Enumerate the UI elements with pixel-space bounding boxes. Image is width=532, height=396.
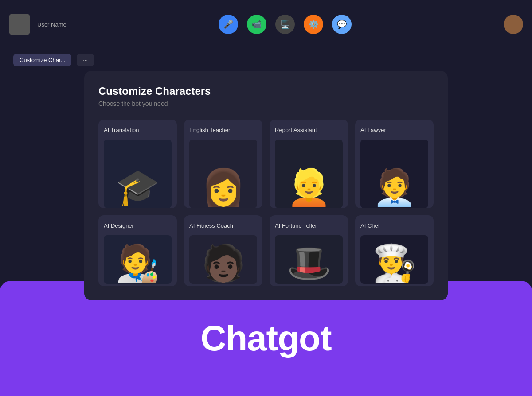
customize-tab[interactable]: Customize Char... bbox=[13, 54, 71, 66]
modal-title: Customize Characters bbox=[98, 85, 434, 97]
character-card-ai-translation[interactable]: AI Translation 🎓 bbox=[98, 120, 177, 208]
character-card-english-teacher[interactable]: English Teacher 👩 bbox=[184, 120, 262, 208]
screen-button[interactable]: 🖥️ bbox=[275, 15, 295, 34]
character-name-ai-translation: AI Translation bbox=[104, 127, 139, 133]
modal-subtitle: Choose the bot you need bbox=[98, 100, 434, 107]
character-card-ai-fitness-coach[interactable]: AI Fitness Coach 🧑🏿 bbox=[184, 215, 262, 286]
character-name-english-teacher: English Teacher bbox=[189, 127, 230, 133]
character-card-ai-lawyer[interactable]: AI Lawyer 🧑‍💼 bbox=[355, 120, 434, 208]
app-title: Chatgot bbox=[200, 318, 331, 359]
character-avatar-ai-lawyer: 🧑‍💼 bbox=[360, 140, 428, 208]
sub-header: Customize Char... ··· bbox=[0, 49, 532, 71]
character-avatar-ai-designer: 🧑‍🎨 bbox=[104, 235, 172, 284]
screen-icon: 🖥️ bbox=[275, 15, 295, 34]
camera-icon: 📹 bbox=[247, 15, 266, 34]
character-avatar-report-assistant: 👱 bbox=[275, 140, 343, 208]
character-card-ai-chef[interactable]: AI Chef 👨‍🍳 bbox=[355, 215, 434, 286]
character-name-ai-fitness-coach: AI Fitness Coach bbox=[189, 222, 233, 229]
character-card-report-assistant[interactable]: Report Assistant 👱 bbox=[270, 120, 348, 208]
modal-card: Customize Characters Choose the bot you … bbox=[84, 71, 448, 300]
user-avatar bbox=[9, 14, 30, 35]
character-avatar-english-teacher: 👩 bbox=[189, 140, 257, 208]
chat-icon: 💬 bbox=[332, 15, 352, 34]
character-name-report-assistant: Report Assistant bbox=[275, 127, 317, 133]
character-name-ai-lawyer: AI Lawyer bbox=[360, 127, 386, 133]
right-avatar bbox=[504, 15, 523, 34]
settings-button[interactable]: ⚙️ bbox=[304, 15, 323, 34]
character-avatar-ai-fortune-teller: 🎩 bbox=[275, 235, 343, 284]
chat-button[interactable]: 💬 bbox=[332, 15, 352, 34]
character-name-ai-chef: AI Chef bbox=[360, 222, 379, 229]
character-avatar-ai-chef: 👨‍🍳 bbox=[360, 235, 428, 284]
secondary-tab[interactable]: ··· bbox=[77, 54, 94, 66]
character-name-ai-designer: AI Designer bbox=[104, 222, 134, 229]
character-card-ai-fortune-teller[interactable]: AI Fortune Teller 🎩 bbox=[270, 215, 348, 286]
camera-button[interactable]: 📹 bbox=[247, 15, 266, 34]
user-name: User Name bbox=[37, 21, 66, 28]
mic-button[interactable]: 🎤 bbox=[219, 15, 238, 34]
top-bar-icons: 🎤 📹 🖥️ ⚙️ 💬 bbox=[74, 15, 497, 34]
top-bar: User Name 🎤 📹 🖥️ ⚙️ 💬 bbox=[0, 0, 532, 49]
character-avatar-ai-translation: 🎓 bbox=[104, 140, 172, 208]
characters-grid: AI Translation 🎓 English Teacher 👩 Repor… bbox=[98, 120, 434, 286]
settings-icon: ⚙️ bbox=[304, 15, 323, 34]
character-name-ai-fortune-teller: AI Fortune Teller bbox=[275, 222, 317, 229]
character-avatar-ai-fitness-coach: 🧑🏿 bbox=[189, 235, 257, 284]
mic-icon: 🎤 bbox=[219, 15, 238, 34]
character-card-ai-designer[interactable]: AI Designer 🧑‍🎨 bbox=[98, 215, 177, 286]
